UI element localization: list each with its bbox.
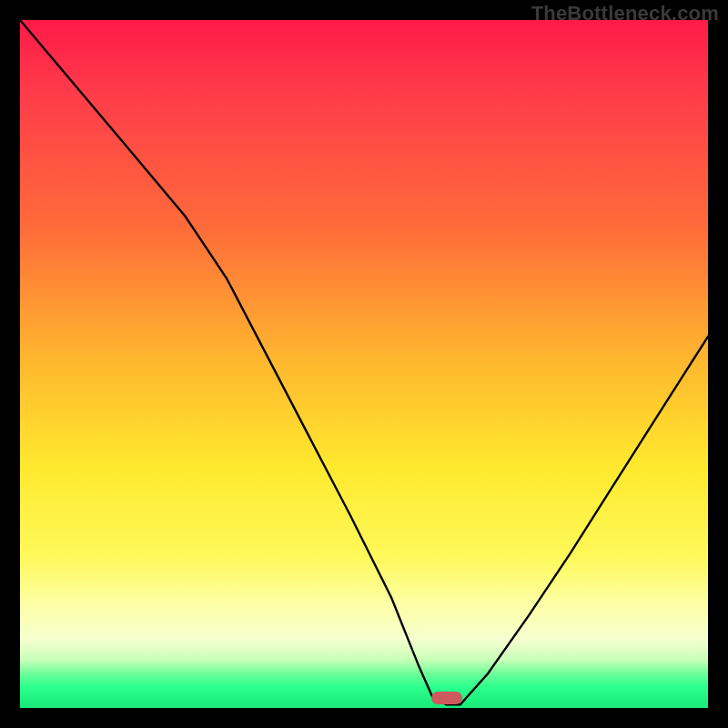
watermark-text: TheBottleneck.com: [531, 2, 719, 25]
optimum-marker: [431, 692, 462, 704]
bottleneck-curve: [20, 20, 708, 708]
chart-frame: TheBottleneck.com: [0, 0, 728, 728]
curve-path: [20, 20, 708, 704]
